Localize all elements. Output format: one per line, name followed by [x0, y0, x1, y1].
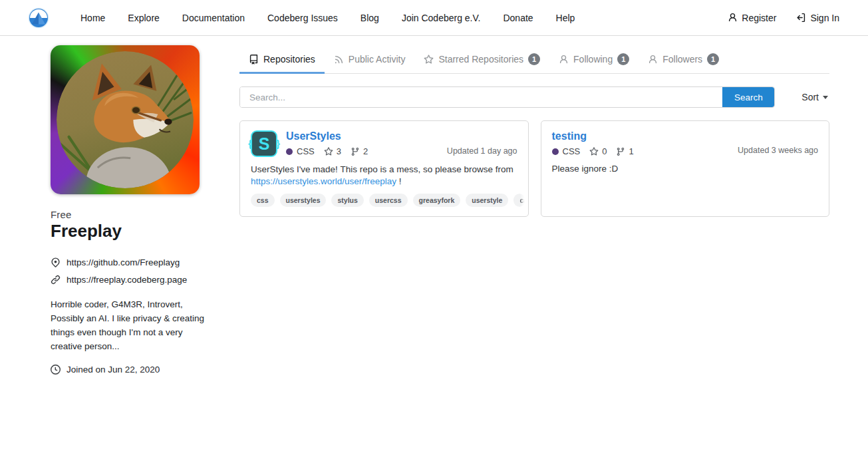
sort-dropdown[interactable]: Sort	[801, 92, 829, 102]
topic-tag[interactable]: userstyles	[280, 194, 327, 207]
topic-tag[interactable]: greasyfork	[413, 194, 461, 207]
sign-in-icon	[796, 13, 806, 23]
nav-donate[interactable]: Donate	[492, 0, 544, 36]
repo-link-userstyles[interactable]: UserStyles	[286, 130, 341, 142]
repository-list: { S } UserStyles CSS 3 2	[239, 120, 829, 217]
repo-card-userstyles: { S } UserStyles CSS 3 2	[239, 120, 529, 217]
username: Free	[51, 209, 205, 220]
navbar-auth: Register Sign In	[728, 13, 839, 23]
star-icon	[424, 55, 434, 65]
star-icon	[589, 147, 599, 156]
star-icon	[324, 147, 333, 156]
repo-meta: CSS 0 1	[552, 146, 634, 156]
tab-label: Public Activity	[349, 54, 406, 65]
person-icon	[728, 13, 738, 23]
location-row: https://github.com/Freeplayg	[51, 257, 205, 267]
repo-description: Please ignore :D	[552, 163, 819, 175]
updated-timestamp: Updated 1 day ago	[447, 146, 517, 157]
language-label: CSS	[563, 146, 581, 156]
git-branch-icon	[616, 147, 625, 156]
updated-timestamp: Updated 3 weeks ago	[738, 146, 818, 156]
topic-tag[interactable]: stylus	[331, 194, 363, 207]
nav-join-codeberg[interactable]: Join Codeberg e.V.	[390, 0, 492, 36]
repo-card-header: { S } UserStyles CSS 3 2	[251, 130, 517, 157]
description-text: Please ignore :D	[552, 164, 619, 174]
fox-avatar-image	[57, 51, 194, 188]
navbar-links: Home Explore Documentation Codeberg Issu…	[69, 0, 586, 36]
repo-icon	[249, 55, 259, 65]
profile-sidebar: Free Freeplay https://github.com/Freepla…	[51, 45, 205, 375]
topic-tag[interactable]: css	[251, 194, 275, 207]
user-bio: Horrible coder, G4M3R, Introvert, Possib…	[51, 298, 209, 354]
nav-codeberg-issues[interactable]: Codeberg Issues	[256, 0, 349, 36]
codeberg-logo-icon[interactable]	[28, 7, 49, 29]
repo-meta: CSS 3 2	[286, 146, 368, 156]
joined-row: Joined on Jun 22, 2020	[51, 365, 205, 375]
nav-blog[interactable]: Blog	[349, 0, 390, 36]
person-icon	[648, 55, 658, 65]
nav-documentation[interactable]: Documentation	[171, 0, 256, 36]
topic-tag-truncated[interactable]: cascading-style-sheets	[513, 194, 525, 207]
user-avatar	[51, 45, 200, 194]
repo-title-block: testing CSS 0 1	[552, 130, 634, 156]
fork-count: 2	[363, 146, 368, 156]
clock-icon	[51, 365, 61, 375]
star-count: 3	[337, 146, 341, 156]
sign-in-button[interactable]: Sign In	[796, 13, 839, 23]
profile-page: Free Freeplay https://github.com/Freepla…	[0, 36, 868, 375]
language-dot-icon	[552, 148, 559, 155]
profile-content: Repositories Public Activity Starred Rep…	[239, 45, 829, 217]
brace-right-icon: }	[276, 138, 280, 148]
sort-label: Sort	[801, 92, 819, 102]
tab-label: Following	[573, 54, 613, 65]
profile-meta: https://github.com/Freeplayg https://fre…	[51, 257, 205, 285]
fork-count: 1	[629, 146, 633, 156]
rss-icon	[334, 55, 344, 65]
tab-repositories[interactable]: Repositories	[239, 45, 325, 73]
sign-in-label: Sign In	[810, 13, 839, 23]
topic-tag[interactable]: usercss	[369, 194, 408, 207]
tab-followers[interactable]: Followers 1	[639, 45, 728, 73]
repo-card-testing: testing CSS 0 1 Updated 3 weeks ago Pl	[541, 120, 830, 217]
repo-search-row: Search Sort	[239, 86, 829, 108]
register-label: Register	[742, 13, 776, 23]
topic-tag[interactable]: userstyle	[466, 194, 508, 207]
language-label: CSS	[297, 146, 315, 156]
tab-label: Repositories	[263, 54, 315, 65]
display-name: Freeplay	[51, 221, 205, 241]
location-link[interactable]: https://github.com/Freeplayg	[67, 257, 180, 267]
profile-tabs: Repositories Public Activity Starred Rep…	[239, 45, 829, 74]
topic-tags: css userstyles stylus usercss greasyfork…	[251, 194, 517, 207]
register-button[interactable]: Register	[728, 13, 776, 23]
git-branch-icon	[351, 147, 360, 156]
repo-avatar-stylus: { S }	[251, 130, 277, 157]
repo-link-testing[interactable]: testing	[552, 130, 587, 142]
website-link[interactable]: https://freeplay.codeberg.page	[67, 275, 187, 285]
nav-help[interactable]: Help	[545, 0, 587, 36]
description-suffix: !	[399, 176, 402, 186]
nav-home[interactable]: Home	[69, 0, 116, 36]
tab-following[interactable]: Following 1	[549, 45, 639, 73]
stylus-s-logo: S	[259, 136, 270, 152]
person-icon	[559, 55, 569, 65]
search-input[interactable]	[240, 87, 722, 107]
following-count-badge: 1	[617, 53, 629, 65]
repo-description: UserStyles I've made! This repo is a mes…	[251, 164, 517, 188]
search-button[interactable]: Search	[722, 87, 774, 107]
tab-starred-repositories[interactable]: Starred Repositories 1	[414, 45, 549, 73]
description-link[interactable]: https://userstyles.world/user/freeplay	[251, 176, 396, 186]
caret-down-icon	[823, 96, 828, 99]
location-pin-icon	[51, 257, 61, 267]
description-text: UserStyles I've made! This repo is a mes…	[251, 164, 513, 174]
tab-label: Followers	[662, 54, 702, 65]
tab-label: Starred Repositories	[438, 54, 523, 65]
repo-card-header: testing CSS 0 1 Updated 3 weeks ago	[552, 130, 819, 156]
tab-public-activity[interactable]: Public Activity	[325, 45, 415, 73]
joined-date: Joined on Jun 22, 2020	[67, 365, 160, 375]
language-dot-icon	[286, 148, 293, 155]
brace-left-icon: {	[248, 138, 252, 148]
website-row: https://freeplay.codeberg.page	[51, 275, 205, 285]
nav-explore[interactable]: Explore	[116, 0, 170, 36]
starred-count-badge: 1	[528, 53, 540, 65]
search-input-group: Search	[239, 86, 775, 108]
